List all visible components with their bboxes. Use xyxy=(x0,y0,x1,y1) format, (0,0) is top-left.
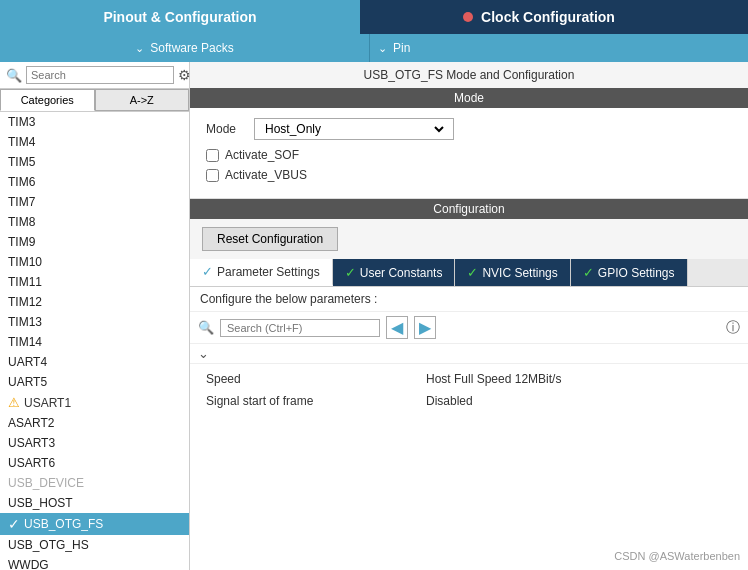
warning-icon: ⚠ xyxy=(8,395,20,410)
chevron-down-icon-2: ⌄ xyxy=(378,42,387,55)
tab-right-spacer xyxy=(718,0,748,34)
sidebar-item-usb-otg-fs[interactable]: ✓ USB_OTG_FS xyxy=(0,513,189,535)
check-icon: ✓ xyxy=(8,516,20,532)
sidebar-item-tim6[interactable]: TIM6 xyxy=(0,172,189,192)
params-body: Configure the below parameters : 🔍 ◀ ▶ ⓘ… xyxy=(190,287,748,570)
tab-az[interactable]: A->Z xyxy=(95,89,190,111)
sidebar-item-tim9[interactable]: TIM9 xyxy=(0,232,189,252)
tab-user-constants[interactable]: ✓ User Constants xyxy=(333,259,456,286)
sidebar-item-tim14[interactable]: TIM14 xyxy=(0,332,189,352)
mode-select-row: Mode DisableDevice_OnlyHost_OnlyOTG xyxy=(206,118,732,140)
tab-categories[interactable]: Categories xyxy=(0,89,95,111)
params-search-row: 🔍 ◀ ▶ ⓘ xyxy=(190,312,748,344)
sidebar-item-wwdg[interactable]: WWDG xyxy=(0,555,189,570)
activate-sof-checkbox[interactable] xyxy=(206,149,219,162)
config-section: Configuration Reset Configuration ✓ Para… xyxy=(190,199,748,570)
param-value-speed: Host Full Speed 12MBit/s xyxy=(426,372,732,386)
tab-clock[interactable]: Clock Configuration xyxy=(360,0,718,34)
params-label: Configure the below parameters : xyxy=(190,287,748,312)
content-area: USB_OTG_FS Mode and Configuration Mode M… xyxy=(190,62,748,570)
tab-check-icon-gpio: ✓ xyxy=(583,265,594,280)
mode-section-header: Mode xyxy=(190,88,748,108)
search-icon: 🔍 xyxy=(6,68,22,83)
params-expand-chevron[interactable]: ⌄ xyxy=(190,344,748,364)
tab-clock-label: Clock Configuration xyxy=(481,9,615,25)
mode-select-input[interactable]: DisableDevice_OnlyHost_OnlyOTG xyxy=(261,121,447,137)
sidebar-item-tim10[interactable]: TIM10 xyxy=(0,252,189,272)
table-row: Speed Host Full Speed 12MBit/s xyxy=(206,368,732,390)
sidebar-item-usb-device[interactable]: USB_DEVICE xyxy=(0,473,189,493)
reset-configuration-button[interactable]: Reset Configuration xyxy=(202,227,338,251)
sidebar-item-tim7[interactable]: TIM7 xyxy=(0,192,189,212)
content-title: USB_OTG_FS Mode and Configuration xyxy=(190,62,748,88)
activate-vbus-checkbox[interactable] xyxy=(206,169,219,182)
sidebar-item-usart6[interactable]: USART6 xyxy=(0,453,189,473)
activate-vbus-label[interactable]: Activate_VBUS xyxy=(225,168,307,182)
sidebar-item-usb-host[interactable]: USB_HOST xyxy=(0,493,189,513)
sidebar-item-tim5[interactable]: TIM5 xyxy=(0,152,189,172)
params-next-button[interactable]: ▶ xyxy=(414,316,436,339)
config-section-header: Configuration xyxy=(190,199,748,219)
tab-check-icon-params: ✓ xyxy=(202,264,213,279)
sidebar-item-asart2[interactable]: ASART2 xyxy=(0,413,189,433)
software-packs-label: Software Packs xyxy=(150,41,233,55)
params-prev-button[interactable]: ◀ xyxy=(386,316,408,339)
sidebar-list: TIM3 TIM4 TIM5 TIM6 TIM7 TIM8 TIM9 TIM10… xyxy=(0,112,189,570)
param-name-sof: Signal start of frame xyxy=(206,394,426,408)
clock-dot xyxy=(463,12,473,22)
params-search-icon: 🔍 xyxy=(198,320,214,335)
pinout-secondary-label: Pin xyxy=(393,41,410,55)
sidebar-item-usb-otg-hs[interactable]: USB_OTG_HS xyxy=(0,535,189,555)
params-search-input[interactable] xyxy=(220,319,380,337)
param-value-sof: Disabled xyxy=(426,394,732,408)
sidebar-item-tim3[interactable]: TIM3 xyxy=(0,112,189,132)
config-tabs: ✓ Parameter Settings ✓ User Constants ✓ … xyxy=(190,259,748,287)
sidebar-item-tim13[interactable]: TIM13 xyxy=(0,312,189,332)
pinout-tab-secondary[interactable]: ⌄ Pin xyxy=(370,34,748,62)
chevron-down-icon: ⌄ xyxy=(135,42,144,55)
tab-nvic-settings[interactable]: ✓ NVIC Settings xyxy=(455,259,570,286)
activate-sof-label[interactable]: Activate_SOF xyxy=(225,148,299,162)
table-row: Signal start of frame Disabled xyxy=(206,390,732,412)
sidebar-item-usart1[interactable]: ⚠ USART1 xyxy=(0,392,189,413)
sidebar-item-tim11[interactable]: TIM11 xyxy=(0,272,189,292)
tab-check-icon-user: ✓ xyxy=(345,265,356,280)
sidebar-tabs: Categories A->Z xyxy=(0,89,189,112)
checkbox-activate-sof: Activate_SOF xyxy=(206,148,732,162)
tab-gpio-settings[interactable]: ✓ GPIO Settings xyxy=(571,259,688,286)
sidebar-item-usart3[interactable]: USART3 xyxy=(0,433,189,453)
mode-dropdown[interactable]: DisableDevice_OnlyHost_OnlyOTG xyxy=(254,118,454,140)
tab-check-icon-nvic: ✓ xyxy=(467,265,478,280)
sidebar-item-tim4[interactable]: TIM4 xyxy=(0,132,189,152)
sidebar-item-uart5[interactable]: UART5 xyxy=(0,372,189,392)
tab-pinout[interactable]: Pinout & Configuration xyxy=(0,0,360,34)
search-bar: 🔍 ⚙ xyxy=(0,62,189,89)
reset-btn-row: Reset Configuration xyxy=(190,219,748,259)
params-table: Speed Host Full Speed 12MBit/s Signal st… xyxy=(190,364,748,570)
info-icon[interactable]: ⓘ xyxy=(726,319,740,337)
tab-pinout-label: Pinout & Configuration xyxy=(103,9,256,25)
search-input[interactable] xyxy=(26,66,174,84)
sidebar-item-tim8[interactable]: TIM8 xyxy=(0,212,189,232)
param-name-speed: Speed xyxy=(206,372,426,386)
checkbox-activate-vbus: Activate_VBUS xyxy=(206,168,732,182)
mode-label: Mode xyxy=(206,122,246,136)
software-packs-tab[interactable]: ⌄ Software Packs xyxy=(0,34,370,62)
mode-body: Mode DisableDevice_OnlyHost_OnlyOTG Acti… xyxy=(190,108,748,199)
sidebar-item-tim12[interactable]: TIM12 xyxy=(0,292,189,312)
sidebar-item-uart4[interactable]: UART4 xyxy=(0,352,189,372)
tab-parameter-settings[interactable]: ✓ Parameter Settings xyxy=(190,259,333,286)
watermark: CSDN @ASWaterbenben xyxy=(614,550,740,562)
sidebar: 🔍 ⚙ Categories A->Z TIM3 TIM4 TIM5 TIM6 … xyxy=(0,62,190,570)
